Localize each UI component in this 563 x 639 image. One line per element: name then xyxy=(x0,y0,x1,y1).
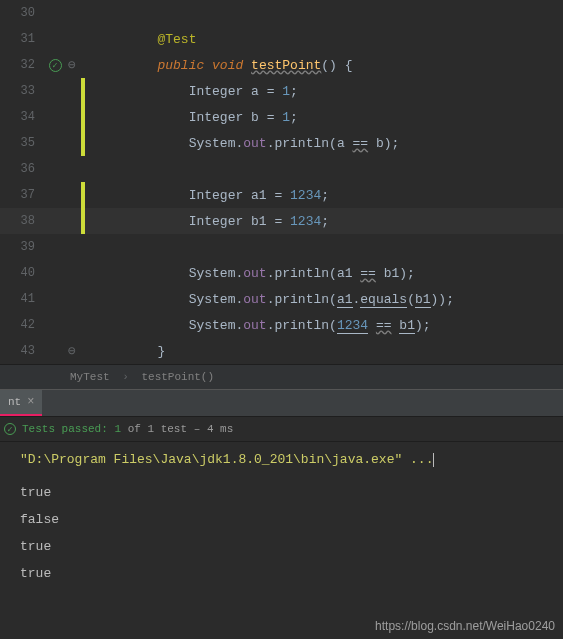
breadcrumb[interactable]: MyTest › testPoint() xyxy=(0,364,563,389)
line-number[interactable]: 38 xyxy=(0,214,45,228)
token: Integer xyxy=(189,214,251,229)
token: equals xyxy=(360,292,407,308)
code-line[interactable]: 34 Integer b = 1; xyxy=(0,104,563,130)
token: out xyxy=(243,292,266,307)
breadcrumb-sep: › xyxy=(122,371,129,383)
line-number[interactable]: 41 xyxy=(0,292,45,306)
token: ; xyxy=(290,110,298,125)
token: == xyxy=(360,266,376,281)
code-content[interactable]: Integer b = 1; xyxy=(87,110,298,125)
token: println xyxy=(274,266,329,281)
code-line[interactable]: 37 Integer a1 = 1234; xyxy=(0,182,563,208)
token: a xyxy=(251,84,267,99)
code-content[interactable]: System.out.println(a == b); xyxy=(87,136,399,151)
tests-passed-count: 1 xyxy=(114,423,121,435)
console-command: "D:\Program Files\Java\jdk1.8.0_201\bin\… xyxy=(20,452,433,467)
line-number[interactable]: 33 xyxy=(0,84,45,98)
change-marker xyxy=(81,182,85,208)
code-content[interactable]: } xyxy=(87,344,165,359)
token xyxy=(368,318,376,333)
code-line[interactable]: 35 System.out.println(a == b); xyxy=(0,130,563,156)
line-number[interactable]: 37 xyxy=(0,188,45,202)
token: 1234 xyxy=(337,318,368,334)
code-content[interactable]: System.out.println(1234 == b1); xyxy=(87,318,431,333)
fold-icon[interactable]: ⊖ xyxy=(65,343,79,359)
run-tabbar: nt × xyxy=(0,389,563,416)
change-marker xyxy=(81,156,85,182)
code-content[interactable] xyxy=(87,162,189,177)
change-marker xyxy=(81,312,85,338)
code-line[interactable]: 38 Integer b1 = 1234; xyxy=(0,208,563,234)
code-line[interactable]: 33 Integer a = 1; xyxy=(0,78,563,104)
token: 1234 xyxy=(290,188,321,203)
test-run-icon[interactable]: ✓ xyxy=(49,59,62,72)
console-line: true xyxy=(20,539,555,554)
gutter-run-icon[interactable]: ✓ xyxy=(45,59,65,72)
breadcrumb-method[interactable]: testPoint() xyxy=(141,371,214,383)
token: () { xyxy=(321,58,352,73)
fold-icon[interactable]: ⊖ xyxy=(65,57,79,73)
line-number[interactable]: 30 xyxy=(0,6,45,20)
line-number[interactable]: 31 xyxy=(0,32,45,46)
token: ); xyxy=(415,318,431,333)
code-content[interactable] xyxy=(87,6,157,21)
line-number[interactable]: 35 xyxy=(0,136,45,150)
token: System xyxy=(189,292,236,307)
token: = xyxy=(274,214,290,229)
token: void xyxy=(212,58,243,73)
console-line: true xyxy=(20,566,555,581)
code-editor[interactable]: 30 31 @Test32✓⊖ public void testPoint() … xyxy=(0,0,563,364)
token xyxy=(204,58,212,73)
code-content[interactable]: System.out.println(a1 == b1); xyxy=(87,266,415,281)
token: (a xyxy=(329,136,352,151)
token: b1 xyxy=(251,214,274,229)
change-marker xyxy=(81,78,85,104)
code-content[interactable]: System.out.println(a1.equals(b1)); xyxy=(87,292,454,307)
token: Integer xyxy=(189,110,251,125)
line-number[interactable]: 36 xyxy=(0,162,45,176)
token: b); xyxy=(368,136,399,151)
token: = xyxy=(267,84,283,99)
code-line[interactable]: 41 System.out.println(a1.equals(b1)); xyxy=(0,286,563,312)
tests-time: – 4 ms xyxy=(194,423,234,435)
token: Integer xyxy=(189,188,251,203)
token: ; xyxy=(321,188,329,203)
watermark: https://blog.csdn.net/WeiHao0240 xyxy=(375,619,555,633)
close-icon[interactable]: × xyxy=(27,395,34,409)
code-line[interactable]: 36 xyxy=(0,156,563,182)
code-line[interactable]: 32✓⊖ public void testPoint() { xyxy=(0,52,563,78)
code-line[interactable]: 31 @Test xyxy=(0,26,563,52)
code-line[interactable]: 39 xyxy=(0,234,563,260)
code-line[interactable]: 30 xyxy=(0,0,563,26)
code-line[interactable]: 40 System.out.println(a1 == b1); xyxy=(0,260,563,286)
token: == xyxy=(352,136,368,151)
code-content[interactable]: @Test xyxy=(87,32,196,47)
console-line: true xyxy=(20,485,555,500)
code-line[interactable]: 42 System.out.println(1234 == b1); xyxy=(0,312,563,338)
line-number[interactable]: 32 xyxy=(0,58,45,72)
code-content[interactable] xyxy=(87,240,189,255)
token: out xyxy=(243,266,266,281)
code-line[interactable]: 43⊖ } xyxy=(0,338,563,364)
line-number[interactable]: 40 xyxy=(0,266,45,280)
token: (a1 xyxy=(329,266,360,281)
token: ); xyxy=(438,292,454,307)
change-marker xyxy=(81,234,85,260)
change-marker xyxy=(81,26,85,52)
token: System xyxy=(189,318,236,333)
code-content[interactable]: public void testPoint() { xyxy=(87,58,353,73)
change-marker xyxy=(81,130,85,156)
code-content[interactable]: Integer a1 = 1234; xyxy=(87,188,329,203)
run-tab[interactable]: nt × xyxy=(0,390,42,416)
line-number[interactable]: 42 xyxy=(0,318,45,332)
token: == xyxy=(376,318,392,333)
line-number[interactable]: 34 xyxy=(0,110,45,124)
console-output[interactable]: "D:\Program Files\Java\jdk1.8.0_201\bin\… xyxy=(0,441,563,603)
token: 1 xyxy=(282,110,290,125)
breadcrumb-class[interactable]: MyTest xyxy=(70,371,110,383)
code-content[interactable]: Integer a = 1; xyxy=(87,84,298,99)
code-content[interactable]: Integer b1 = 1234; xyxy=(87,214,329,229)
line-number[interactable]: 39 xyxy=(0,240,45,254)
line-number[interactable]: 43 xyxy=(0,344,45,358)
token: b1 xyxy=(415,292,431,308)
